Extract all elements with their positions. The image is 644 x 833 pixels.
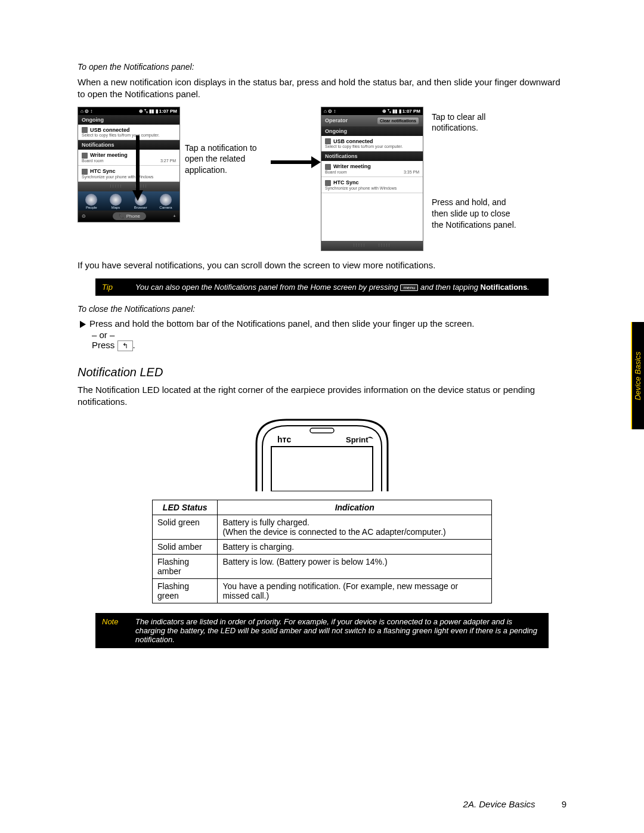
notif-sync: HTC Sync Synchronize your phone with Win… [321,177,423,193]
notif-writer: Writer meeting Board room3:27 PM [78,150,179,166]
notif-usb: USB connected Select to copy files to/fr… [321,136,423,152]
note-tag: Note [96,614,129,648]
dock: People Maps Browser Camera [78,191,179,210]
page-number: 9 [562,799,566,809]
close-step: Press and hold the bottom bar of the Not… [80,318,566,329]
arrow-down-icon [132,190,143,201]
tip-body: You can also open the Notifications pane… [129,279,548,295]
usb-icon [82,127,88,133]
bottom-bar: ⊙ 📞 Phone + [78,210,179,222]
footer-section: 2A. Device Basics [463,799,535,809]
status-left: ⌂ ⊙ ↕ [80,109,92,114]
notifications-label: Notifications [321,151,423,161]
phone-screenshot-right: ⌂ ⊙ ↕ ⊕ ᵀₛ ▮▮ ▮ 1:07 PM Operator Clear n… [321,107,423,251]
menu-key-icon: menu [400,284,418,291]
table-row: Flashing greenYou have a pending notific… [153,579,492,603]
notif-sync: HTC Sync Synchronize your phone with Win… [78,166,179,182]
camera-icon [160,194,172,206]
intro-open: When a new notification icon displays in… [78,76,566,101]
side-tab-label: Device Basics [634,351,643,400]
phone-button: 📞 Phone [113,212,145,220]
subheading-open: To open the Notifications panel: [78,62,566,72]
calendar-icon [325,164,331,170]
drag-handle-icon: ::::: ::::: [78,182,179,191]
phone-outline-figure: hтc Sprint [78,414,566,491]
notifications-label: Notifications [78,140,179,150]
ongoing-label: Ongoing [78,115,179,125]
page: To open the Notifications panel: When a … [0,0,644,692]
table-row: Solid greenBattery is fully charged. (Wh… [153,515,492,540]
calendar-icon [82,153,88,159]
arrow-right-icon [271,160,312,164]
press-back-line: Press ↰. [92,340,566,351]
notif-usb: USB connected Select to copy files to/fr… [78,125,179,141]
notif-writer: Writer meeting Board room3:35 PM [321,161,423,177]
figure-row: ⌂ ⊙ ↕ ⊕ ᵀₛ ▮▮ ▮ 1:07 PM Ongoing USB conn… [78,107,566,251]
caption-tap-notification: Tap a notification to open the related a… [185,143,262,176]
note-body: The indicators are listed in order of pr… [129,614,548,648]
scroll-note: If you have several notifications, you c… [78,259,566,271]
triangle-bullet-icon [80,321,86,328]
brand-right: Sprint [346,435,369,444]
table-row: Flashing amberBattery is low. (Battery p… [153,555,492,579]
th-status: LED Status [153,500,218,515]
clear-notifications-button: Clear notifications [377,117,419,125]
back-key-icon: ↰ [117,340,133,351]
caption-close: Press and hold, and then slide up to clo… [432,197,521,231]
page-footer: 2A. Device Basics 9 [463,799,566,809]
tip-tag: Tip [96,279,129,295]
tip-box: Tip You can also open the Notifications … [95,278,549,296]
status-right: ⊕ ᵀₛ ▮▮ ▮ 1:07 PM [139,109,177,114]
svg-rect-0 [310,428,334,433]
svg-rect-1 [271,447,373,491]
status-left: ⌂ ⊙ ↕ [324,109,336,114]
ongoing-label: Ongoing [321,126,423,136]
people-icon [85,194,97,206]
note-box: Note The indicators are listed in order … [95,613,549,648]
subheading-close: To close the Notifications panel: [78,304,566,314]
caption-clear: Tap to clear all notifications. [432,112,521,134]
table-row: Solid amberBattery is charging. [153,540,492,555]
sync-icon [82,169,88,175]
status-right: ⊕ ᵀₛ ▮▮ ▮ 1:07 PM [382,109,420,114]
brand-left: hтc [277,435,291,444]
sync-icon [325,180,331,186]
maps-icon [110,194,122,206]
section-title-led: Notification LED [78,366,566,379]
operator-label: Operator [325,117,348,123]
drag-handle-icon: ::::: ::::: [321,241,423,250]
led-intro: The Notification LED located at the righ… [78,384,566,408]
side-tab: Device Basics [631,322,644,429]
led-table: LED Status Indication Solid greenBattery… [152,500,492,603]
usb-icon [325,138,331,144]
phone-screenshot-left: ⌂ ⊙ ↕ ⊕ ᵀₛ ▮▮ ▮ 1:07 PM Ongoing USB conn… [78,107,180,223]
th-indication: Indication [218,500,492,515]
or-line: – or – [92,330,566,340]
